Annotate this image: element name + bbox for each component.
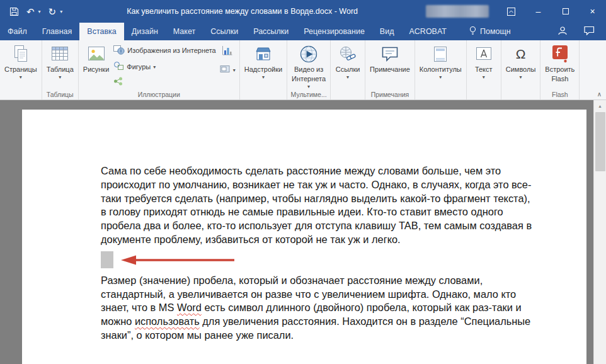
group-label-comments: Примечания xyxy=(365,91,414,98)
pages-icon xyxy=(13,43,29,64)
ribbon-insert: Страницы ▾ Таблица ▾ Таблицы Рисунки xyxy=(0,40,606,100)
ribbon-group-illustrations: Рисунки Изображения из Интернета Фигуры … xyxy=(79,40,240,100)
omega-icon: Ω xyxy=(516,43,526,64)
header-footer-icon xyxy=(433,43,448,64)
undo-dropdown-icon[interactable]: ▾ xyxy=(38,9,41,14)
online-video-button[interactable]: Видео из Интернета ▾ xyxy=(289,42,328,89)
screenshot-dropdown-icon: ▾ xyxy=(233,68,236,73)
undo-icon[interactable]: ↶ xyxy=(26,7,35,16)
online-video-icon xyxy=(299,43,318,64)
document-area: Сама по себе необходимость сделать расст… xyxy=(0,100,606,364)
group-label-illustrations: Иллюстрации xyxy=(79,91,239,98)
embed-flash-label-line2: Flash xyxy=(551,75,568,83)
ribbon-group-tables: Таблица ▾ Таблицы xyxy=(42,40,79,100)
paragraph-2[interactable]: Размер (значение) пробела, который и обо… xyxy=(101,274,534,343)
collapse-ribbon-button[interactable]: ∧ xyxy=(597,91,602,98)
lightbulb-icon xyxy=(469,26,476,37)
tab-review[interactable]: Рецензирование xyxy=(296,23,372,40)
redo-icon[interactable]: ↻ xyxy=(49,7,57,16)
minimize-button[interactable]: – xyxy=(525,0,552,23)
group-label-flash: Flash xyxy=(540,91,579,98)
selected-space-highlight[interactable] xyxy=(101,251,113,268)
chart-button[interactable] xyxy=(222,45,233,59)
window-controls: – × xyxy=(498,0,606,23)
pictures-label: Рисунки xyxy=(83,65,110,74)
shapes-button[interactable]: Фигуры ▾ xyxy=(111,60,217,72)
addins-dropdown-icon: ▾ xyxy=(262,75,265,80)
tab-references[interactable]: Ссылки xyxy=(203,23,246,40)
screenshot-icon xyxy=(220,65,231,75)
text-box-icon xyxy=(475,43,493,64)
scrollbar-thumb[interactable] xyxy=(595,112,605,171)
addins-button[interactable]: Надстройки ▾ xyxy=(242,42,285,80)
ribbon-group-header-footer: Колонтитулы ▾ xyxy=(415,40,467,100)
links-label: Ссылки xyxy=(336,65,360,74)
comment-button[interactable]: Примечание xyxy=(367,42,413,74)
window-title: Как увеличить расстояние между словами в… xyxy=(62,7,422,16)
ribbon-group-flash: Встроить Flash Flash xyxy=(540,40,580,100)
save-icon[interactable] xyxy=(9,7,19,16)
tab-file[interactable]: Файл xyxy=(0,23,35,40)
group-label-tables: Таблицы xyxy=(42,91,78,98)
online-video-dropdown-icon: ▾ xyxy=(307,84,310,89)
links-button[interactable]: Ссылки ▾ xyxy=(333,42,363,80)
tab-layout[interactable]: Макет xyxy=(166,23,203,40)
close-button[interactable]: × xyxy=(579,0,606,23)
tab-design[interactable]: Дизайн xyxy=(124,23,166,40)
tell-me-helper[interactable]: Помощн xyxy=(463,23,517,40)
embed-flash-button[interactable]: Встроить Flash xyxy=(542,42,577,83)
header-footer-button[interactable]: Колонтитулы ▾ xyxy=(417,42,464,80)
ribbon-group-pages: Страницы ▾ xyxy=(0,40,42,100)
ribbon-group-links: Ссылки ▾ xyxy=(331,40,365,100)
spellcheck-underlined-word: Word xyxy=(177,302,202,313)
tab-view[interactable]: Вид xyxy=(372,23,402,40)
online-video-label-line2: Интернета xyxy=(292,75,326,83)
sign-in-person-icon[interactable] xyxy=(557,26,568,38)
symbols-button[interactable]: Ω Символы ▾ xyxy=(503,42,539,80)
helper-label: Помощн xyxy=(480,27,511,36)
document-text: Сама по себе необходимость сделать расст… xyxy=(101,164,534,343)
comment-icon xyxy=(380,43,399,64)
header-footer-dropdown-icon: ▾ xyxy=(439,75,442,80)
ribbon-group-multimedia: Видео из Интернета ▾ Мультиме... xyxy=(287,40,331,100)
ribbon-display-options-button[interactable] xyxy=(498,0,525,23)
table-icon xyxy=(50,43,69,64)
online-video-label-line1: Видео из xyxy=(294,65,323,74)
shapes-icon xyxy=(113,61,124,72)
tab-acrobat[interactable]: ACROBAT xyxy=(401,23,454,40)
maximize-icon xyxy=(563,8,569,14)
pages-dropdown-icon: ▾ xyxy=(20,75,22,80)
screenshot-button[interactable]: ▾ xyxy=(218,64,237,76)
scroll-up-button[interactable]: ▲ xyxy=(594,100,606,111)
tab-insert[interactable]: Вставка xyxy=(79,23,123,40)
pages-button[interactable]: Страницы ▾ xyxy=(2,42,40,80)
header-footer-label: Колонтитулы xyxy=(420,65,462,74)
selected-space-line xyxy=(101,251,534,270)
online-pictures-button[interactable]: Изображения из Интернета xyxy=(111,44,217,57)
smartart-icon xyxy=(113,77,123,87)
text-button[interactable]: Текст ▾ xyxy=(469,42,499,80)
paragraph-1[interactable]: Сама по себе необходимость сделать расст… xyxy=(101,164,534,247)
tab-mailings[interactable]: Рассылки xyxy=(246,23,296,40)
text-label: Текст xyxy=(475,65,493,74)
table-button[interactable]: Таблица ▾ xyxy=(44,42,76,80)
ribbon-group-comments: Примечание Примечания xyxy=(365,40,415,100)
shapes-label: Фигуры xyxy=(127,63,151,71)
maximize-button[interactable] xyxy=(552,0,579,23)
quick-access-toolbar: ↶ ▾ ↻ ▾ xyxy=(0,7,62,16)
tabrow-right-icons xyxy=(557,23,606,40)
vertical-scrollbar[interactable]: ▲ xyxy=(593,100,606,364)
ribbon-group-addins: Надстройки ▾ xyxy=(240,40,287,100)
tab-home[interactable]: Главная xyxy=(35,23,80,40)
group-label-multimedia: Мультиме... xyxy=(287,91,330,98)
red-arrow-annotation xyxy=(116,251,237,269)
smartart-button[interactable] xyxy=(111,76,217,88)
document-page[interactable]: Сама по себе необходимость сделать расст… xyxy=(22,110,586,364)
pictures-button[interactable]: Рисунки xyxy=(81,42,112,74)
ribbon-group-text: Текст ▾ xyxy=(467,40,501,100)
pictures-icon xyxy=(87,43,106,64)
illustrations-small-buttons: Изображения из Интернета Фигуры ▾ xyxy=(111,42,217,88)
table-label: Таблица xyxy=(47,65,74,74)
embed-flash-label-line1: Встроить xyxy=(545,65,575,74)
share-comment-icon[interactable] xyxy=(584,26,595,37)
